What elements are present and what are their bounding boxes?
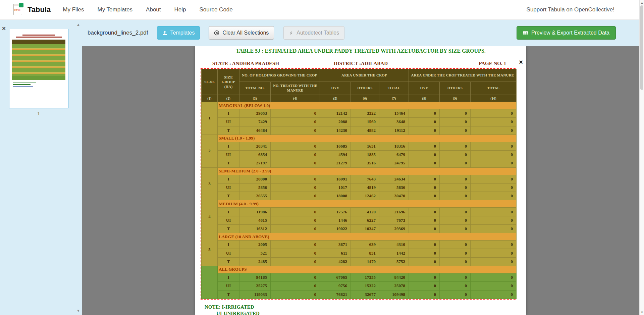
window-scrollbar[interactable]: ▲ ▼ <box>639 0 644 315</box>
current-filename: background_lines_2.pdf <box>88 30 148 36</box>
sl-no-cell: 2 <box>202 135 218 167</box>
table-cell: 0 <box>440 142 471 150</box>
table-cell: 84420 <box>379 273 409 281</box>
scrollbar-thumb[interactable] <box>640 5 643 90</box>
table-cell: 12142 <box>320 109 351 118</box>
toolbar: background_lines_2.pdf Templates Clear A… <box>82 20 644 46</box>
table-cell: 25078 <box>379 282 409 290</box>
row-code-cell: T <box>218 192 239 200</box>
table-cell: 16685 <box>320 142 351 150</box>
table-cell: 24795 <box>379 159 409 167</box>
sl-no-cell <box>202 266 218 299</box>
document-title: TABLE 5J : ESTIMATED AREA UNDER PADDY TR… <box>195 48 526 54</box>
autodetect-tables-button[interactable]: Autodetect Tables <box>283 26 344 40</box>
table-cell: 19112 <box>379 126 409 135</box>
table-cell: 0 <box>409 118 440 126</box>
thumbnail-page-number: 1 <box>9 110 68 116</box>
nav-my-files[interactable]: My Files <box>63 6 84 13</box>
table-cell: 831 <box>351 249 379 257</box>
selection-box[interactable]: SL.NoSIZE GROUP (HA)NO. OF HOLDINGS GROW… <box>201 68 516 300</box>
templates-button[interactable]: Templates <box>157 26 200 40</box>
table-cell: 7673 <box>379 216 409 224</box>
table-cell: 0 <box>271 183 320 192</box>
table-cell: 17576 <box>320 208 351 216</box>
group-label: ALL GROUPS <box>218 266 517 273</box>
table-header-cell: (7) <box>379 95 409 102</box>
row-code-cell: T <box>218 159 239 167</box>
remove-selection-icon[interactable]: × <box>519 59 523 65</box>
table-cell: 0 <box>271 175 320 183</box>
clear-all-selections-button[interactable]: Clear All Selections <box>209 26 274 40</box>
table-cell: 5836 <box>379 183 409 192</box>
table-cell: 0 <box>440 216 471 224</box>
table-cell: 4882 <box>351 126 379 135</box>
table-cell: 0 <box>440 175 471 183</box>
table-cell: 0 <box>471 249 517 257</box>
document-note: NOTE: I-IRRIGATED <box>205 304 254 310</box>
table-cell: 0 <box>471 208 517 216</box>
table-cell: 0 <box>471 118 517 126</box>
table-cell: 4819 <box>351 183 379 192</box>
main-nav: My Files My Templates About Help Source … <box>63 6 232 13</box>
nav-my-templates[interactable]: My Templates <box>98 6 133 13</box>
table-cell: 0 <box>271 282 320 290</box>
table-cell: 25275 <box>239 282 271 290</box>
remove-page-icon[interactable]: × <box>2 25 6 32</box>
table-cell: 0 <box>409 109 440 118</box>
table-cell: 0 <box>409 282 440 290</box>
table-cell: 0 <box>471 126 517 135</box>
table-cell: 15322 <box>351 282 379 290</box>
table-cell: 0 <box>471 159 517 167</box>
table-header-cell: AREA UNDER THE CROP <box>320 69 409 82</box>
thumb-table-footer <box>12 76 65 80</box>
nav-source-code[interactable]: Source Code <box>200 6 233 13</box>
table-cell: 3322 <box>351 109 379 118</box>
row-code-cell: UI <box>218 183 239 192</box>
table-cell: 12462 <box>351 192 379 200</box>
table-cell: 0 <box>471 142 517 150</box>
table-cell: 0 <box>409 159 440 167</box>
sidebar-scroll-up-icon[interactable]: ▲ <box>76 23 80 27</box>
table-header-cell: (1) <box>202 95 218 102</box>
table-header-cell: (3) <box>239 95 271 102</box>
table-cell: 0 <box>471 151 517 159</box>
page-thumbnail[interactable] <box>9 29 68 108</box>
table-cell: 27197 <box>239 159 271 167</box>
table-cell: 2005 <box>239 241 271 249</box>
row-code-cell: T <box>218 257 239 266</box>
tabula-logo-icon: PDF <box>13 3 23 16</box>
table-cell: 0 <box>409 249 440 257</box>
table-cell: 3671 <box>320 241 351 249</box>
table-cell: 0 <box>271 118 320 126</box>
table-cell: 20800 <box>239 175 271 183</box>
support-link[interactable]: Support Tabula on OpenCollective! <box>527 6 614 13</box>
table-cell: 0 <box>271 241 320 249</box>
table-cell: 0 <box>409 257 440 266</box>
navbar: PDF Tabula My Files My Templates About H… <box>0 0 644 20</box>
table-header-cell: NO. TREATED WITH THE MANURE <box>271 82 320 95</box>
table-cell: 0 <box>440 249 471 257</box>
nav-help[interactable]: Help <box>174 6 186 13</box>
table-cell: 0 <box>409 273 440 281</box>
pdf-viewport: TABLE 5J : ESTIMATED AREA UNDER PADDY TR… <box>82 46 644 315</box>
row-code-cell: I <box>218 142 239 150</box>
document-note: UI-UNIRRIGATED <box>216 311 260 315</box>
table-cell: 46484 <box>239 126 271 135</box>
table-cell: 6854 <box>239 151 271 159</box>
row-code-cell: T <box>218 126 239 135</box>
sidebar-scroll-down-icon[interactable]: ▼ <box>76 309 80 313</box>
table-cell: 1017 <box>320 183 351 192</box>
table-cell: 0 <box>409 216 440 224</box>
table-cell: 18008 <box>320 192 351 200</box>
table-cell: 0 <box>409 151 440 159</box>
table-cell: 0 <box>440 208 471 216</box>
table-cell: 0 <box>271 273 320 281</box>
table-cell: 4120 <box>351 208 379 216</box>
preview-export-button[interactable]: Preview & Export Extracted Data <box>517 26 616 40</box>
thumb-title-line <box>16 37 62 38</box>
scroll-up-icon[interactable]: ▲ <box>640 1 644 4</box>
nav-about[interactable]: About <box>146 6 161 13</box>
table-cell: 0 <box>440 282 471 290</box>
thumb-table-header <box>12 40 65 44</box>
scroll-down-icon[interactable]: ▼ <box>640 311 644 314</box>
